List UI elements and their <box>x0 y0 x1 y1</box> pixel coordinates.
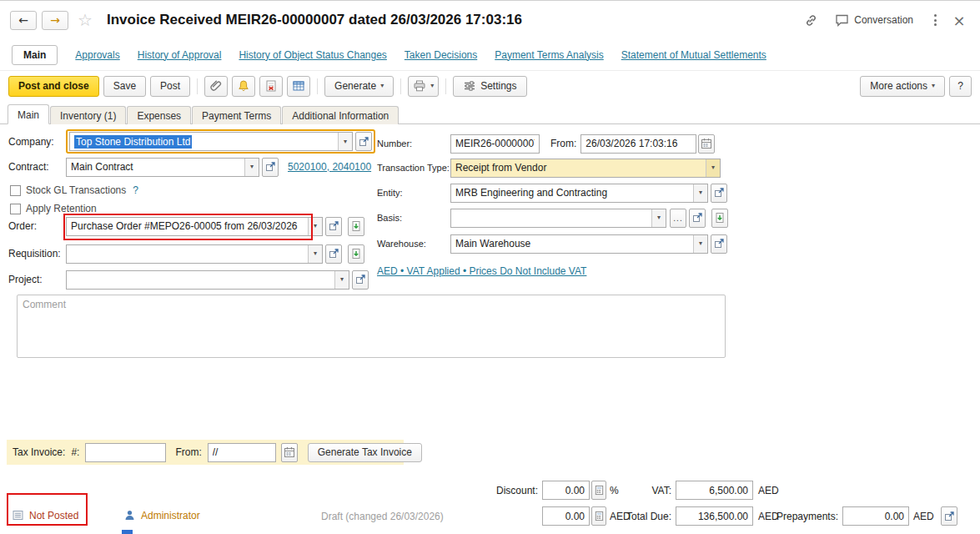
tab-main[interactable]: Main <box>8 104 49 124</box>
post-button[interactable]: Post <box>150 76 190 97</box>
close-button[interactable]: × <box>948 10 970 30</box>
currency-terms-link[interactable]: AED • VAT Applied • Prices Do Not Includ… <box>377 265 586 277</box>
contract-dropdown-button[interactable]: ▾ <box>244 159 259 176</box>
basis-fill-button[interactable] <box>711 209 728 228</box>
basis-input[interactable]: ▾ <box>450 209 666 228</box>
generate-button[interactable]: Generate ▾ <box>324 76 394 97</box>
discount-amount-input[interactable] <box>542 506 590 526</box>
requisition-open-button[interactable] <box>325 244 342 264</box>
project-input[interactable]: ▾ <box>66 270 349 290</box>
tab-additional-information[interactable]: Additional Information <box>282 106 399 124</box>
discount-calc-button[interactable] <box>591 481 606 500</box>
nav-item-history-of-approval[interactable]: History of Approval <box>138 49 222 61</box>
gl-accounts-link[interactable]: 5020100, 2040100 <box>288 161 371 173</box>
date-input[interactable] <box>580 134 696 154</box>
contract-open-button[interactable] <box>262 158 279 177</box>
nav-item-taken-decisions[interactable]: Taken Decisions <box>405 49 477 61</box>
nav-item-approvals[interactable]: Approvals <box>75 49 119 61</box>
apply-retention-checkbox[interactable] <box>10 204 21 214</box>
get-link-button[interactable] <box>800 10 822 30</box>
order-dropdown-button[interactable]: ▾ <box>308 218 322 235</box>
tax-invoice-calendar-button[interactable] <box>281 443 298 462</box>
generate-label: Generate <box>334 80 376 92</box>
order-fill-button[interactable] <box>348 217 364 236</box>
stock-gl-help-link[interactable]: ? <box>133 184 138 196</box>
entity-open-button[interactable] <box>711 184 727 203</box>
mark-cancellation-button[interactable] <box>259 76 283 97</box>
print-button[interactable]: ▾ <box>408 76 439 97</box>
number-input[interactable] <box>450 134 540 154</box>
app-window: ← → ☆ Invoice Received MEIR26-00000007 d… <box>0 0 980 534</box>
save-button[interactable]: Save <box>103 76 146 97</box>
requisition-input[interactable]: ▾ <box>66 244 323 264</box>
discount-percent-input[interactable] <box>542 481 590 500</box>
requisition-value <box>67 245 308 263</box>
forward-arrow-icon: → <box>50 14 60 26</box>
date-calendar-button[interactable] <box>698 134 715 154</box>
vat-input[interactable] <box>676 481 753 500</box>
transaction-type-row: Transaction Type: Receipt from Vendor ▾ <box>377 158 721 178</box>
company-open-button[interactable] <box>355 132 372 151</box>
transaction-type-dropdown-button[interactable]: ▾ <box>706 159 720 177</box>
project-dropdown-button[interactable]: ▾ <box>334 271 349 289</box>
entity-input[interactable]: MRB Engineering and Contracting ▾ <box>450 184 708 203</box>
attachments-button[interactable] <box>204 76 228 97</box>
settings-sliders-icon <box>463 79 476 93</box>
settings-button[interactable]: Settings <box>453 76 526 97</box>
reminders-button[interactable] <box>232 76 255 97</box>
tab-expenses[interactable]: Expenses <box>127 106 191 124</box>
vat-label: VAT: <box>631 485 671 496</box>
basis-open-button[interactable] <box>689 209 706 228</box>
totals-open-button[interactable] <box>941 506 957 526</box>
apply-retention-label: Apply Retention <box>26 203 97 214</box>
stock-gl-checkbox[interactable] <box>10 185 21 196</box>
requisition-fill-button[interactable] <box>348 244 364 264</box>
warehouse-input[interactable]: Main Warehouse ▾ <box>450 234 708 254</box>
requisition-dropdown-button[interactable]: ▾ <box>308 245 322 263</box>
nav-item-main[interactable]: Main <box>12 45 58 65</box>
stock-gl-label: Stock GL Transactions <box>26 184 126 196</box>
tab-payment-terms[interactable]: Payment Terms <box>192 106 281 124</box>
author[interactable]: Administrator <box>123 509 200 521</box>
nav-item-history-of-object-status-changes[interactable]: History of Object Status Changes <box>239 49 386 61</box>
forward-button[interactable]: → <box>42 11 68 30</box>
contract-input[interactable]: Main Contract ▾ <box>66 158 259 177</box>
comment-textarea[interactable] <box>17 295 726 358</box>
transaction-type-input[interactable]: Receipt from Vendor ▾ <box>450 159 721 178</box>
basis-dropdown-button[interactable]: ▾ <box>651 209 666 227</box>
conversation-button[interactable]: Conversation <box>835 13 913 27</box>
project-open-button[interactable] <box>352 270 369 290</box>
company-input[interactable]: Top Stone Distribution Ltd ▾ <box>69 132 353 151</box>
gl-entries-button[interactable] <box>287 76 310 97</box>
number-label: Number: <box>377 139 450 149</box>
calculator-icon <box>594 485 605 496</box>
prepayments-input[interactable] <box>842 506 909 526</box>
more-actions-button[interactable]: More actions ▾ <box>860 76 945 97</box>
tax-invoice-number-label: #: <box>71 446 79 458</box>
tab-inventory[interactable]: Inventory (1) <box>50 106 126 124</box>
entity-dropdown-button[interactable]: ▾ <box>693 184 707 202</box>
more-menu-button[interactable] <box>927 10 943 30</box>
tax-invoice-number-input[interactable] <box>85 443 166 462</box>
open-icon <box>328 248 339 259</box>
total-due-input[interactable] <box>676 506 753 526</box>
tax-invoice-date-input[interactable] <box>208 443 276 462</box>
warehouse-open-button[interactable] <box>711 234 727 254</box>
calculator-icon <box>594 511 605 521</box>
warehouse-dropdown-button[interactable]: ▾ <box>693 235 707 253</box>
user-icon <box>123 509 136 521</box>
basis-ellipsis-button[interactable]: ... <box>670 209 686 228</box>
order-open-button[interactable] <box>325 217 342 236</box>
nav-item-payment-terms-analysis[interactable]: Payment Terms Analysis <box>495 49 604 61</box>
back-button[interactable]: ← <box>10 11 37 30</box>
nav-item-statement-of-mutual-settlements[interactable]: Statement of Mutual Settlements <box>621 49 766 61</box>
discount-amount-calc-button[interactable] <box>591 506 606 526</box>
chevron-down-icon: ▾ <box>657 214 661 221</box>
toolbar-separator-1 <box>197 78 198 94</box>
order-input[interactable]: Purchase Order #MEPO26-00005 from 26/03/… <box>66 217 323 236</box>
generate-tax-invoice-button[interactable]: Generate Tax Invoice <box>308 443 422 462</box>
post-and-close-button[interactable]: Post and close <box>8 76 99 97</box>
help-button[interactable]: ? <box>949 76 972 97</box>
company-dropdown-button[interactable]: ▾ <box>338 133 352 150</box>
favorite-star-icon[interactable]: ☆ <box>78 10 93 30</box>
